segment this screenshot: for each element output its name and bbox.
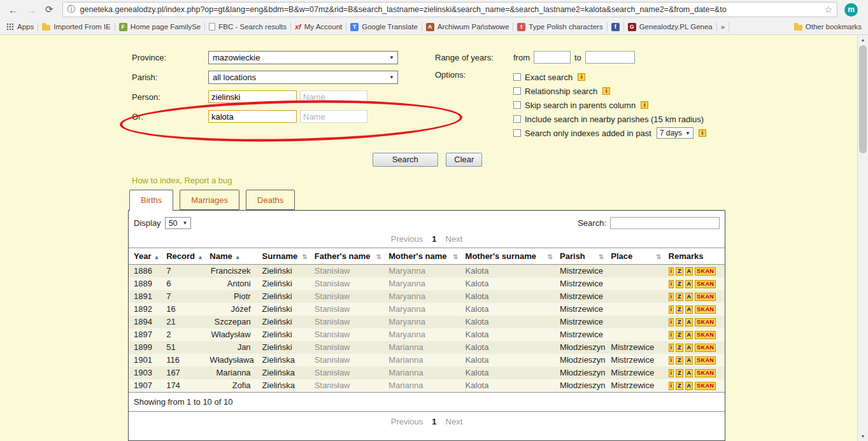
bookmark-item-fbc-search-results[interactable]: FBC - Search results [205,19,290,34]
previous-link[interactable]: Previous [391,417,423,426]
bookmark-item-imported-from-ie[interactable]: Imported From IE [38,19,114,34]
column-header-year[interactable]: Year▲ [129,248,161,265]
bookmark-item-my-account[interactable]: xfMy Account [291,19,346,34]
how-to-index-link[interactable]: How to index [132,176,180,185]
surname2-input[interactable] [208,110,297,123]
info-icon[interactable]: i [641,101,648,109]
remark-i-icon[interactable]: i [669,305,674,314]
past-days-select[interactable]: 7 days▼ [657,127,694,139]
refresh-icon[interactable]: ⟳ [45,4,53,15]
forward-icon[interactable]: → [27,4,36,15]
clear-button[interactable]: Clear [446,153,482,167]
parish-select[interactable]: all locations ▼ [208,71,398,84]
remark-i-icon[interactable]: i [669,331,674,339]
bookmark-item-facebook[interactable]: f [608,19,623,34]
checkbox[interactable] [513,73,521,81]
column-header-place[interactable]: Place⇅ [606,248,663,265]
bookmark-item-apps[interactable]: Apps [3,19,38,34]
table-search-input[interactable] [610,217,720,229]
remark-i-icon[interactable]: i [669,344,674,352]
tab-deaths[interactable]: Deaths [246,190,295,210]
address-bar[interactable]: ⓘ geneteka.genealodzy.pl/index.php?op=gt… [62,2,837,17]
scan-link[interactable]: SKAN [695,344,716,352]
scan-link[interactable]: SKAN [695,356,716,365]
remark-z-icon[interactable]: Z [676,344,683,352]
bookmark-item-google-translate[interactable]: TGoogle Translate [346,19,422,34]
remark-a-icon[interactable]: A [685,305,694,314]
search-button[interactable]: Search [373,153,438,167]
remark-z-icon[interactable]: Z [676,356,683,365]
remark-z-icon[interactable]: Z [676,280,683,288]
bookmark-item-genealodzy-pl-genea[interactable]: GGenealodzy.PL Genea [624,19,716,34]
scan-link[interactable]: SKAN [695,331,716,339]
scan-link[interactable]: SKAN [695,280,716,288]
scan-link[interactable]: SKAN [695,369,716,377]
remark-a-icon[interactable]: A [685,318,694,326]
remark-z-icon[interactable]: Z [676,369,683,377]
scrollbar[interactable]: ▲ ▼ [857,35,868,441]
bookmark-star-icon[interactable]: ☆ [824,4,832,15]
surname-input[interactable] [208,90,297,103]
remark-i-icon[interactable]: i [669,267,674,276]
report-bug-link[interactable]: Report a bug [184,176,232,185]
bookmark-item-home-page-familyse[interactable]: FHome page FamilySe [115,19,205,34]
column-header-name[interactable]: Name▲ [204,248,257,265]
column-header-parish[interactable]: Parish⇅ [555,248,606,265]
remark-a-icon[interactable]: A [685,356,694,365]
next-link[interactable]: Next [446,417,463,426]
remark-a-icon[interactable]: A [685,293,694,301]
remark-z-icon[interactable]: Z [676,293,683,301]
column-header-mother-s-name[interactable]: Mother's name⇅ [383,248,460,265]
next-link[interactable]: Next [446,234,463,244]
remark-z-icon[interactable]: Z [676,267,683,276]
remark-z-icon[interactable]: Z [676,331,683,339]
info-icon[interactable]: i [578,73,585,81]
checkbox[interactable] [513,101,521,109]
tab-births[interactable]: Births [129,190,173,211]
page-number[interactable]: 1 [432,417,436,426]
scan-link[interactable]: SKAN [695,382,716,390]
page-info-icon[interactable]: ⓘ [68,4,76,15]
remark-a-icon[interactable]: A [685,331,694,339]
remark-i-icon[interactable]: i [669,382,674,390]
profile-avatar[interactable]: m [844,3,858,17]
page-number[interactable]: 1 [432,234,436,244]
remark-a-icon[interactable]: A [685,382,694,390]
remark-i-icon[interactable]: i [669,356,674,365]
display-count-select[interactable]: 50 ▼ [165,217,192,229]
remark-a-icon[interactable]: A [685,280,694,288]
info-icon[interactable]: i [699,129,706,137]
remark-a-icon[interactable]: A [685,369,694,377]
tab-marriages[interactable]: Marriages [180,190,239,210]
year-from-input[interactable] [534,51,571,64]
scan-link[interactable]: SKAN [695,293,716,301]
name-input[interactable] [300,90,367,103]
bookmark-item-other-bookmarks[interactable]: Other bookmarks [790,19,865,34]
remark-z-icon[interactable]: Z [676,318,683,326]
bookmark-item-archiwum-pa-stwowe[interactable]: AArchiwum Państwowe [422,19,513,34]
remark-z-icon[interactable]: Z [676,382,683,390]
name2-input[interactable] [300,110,367,123]
column-header-record[interactable]: Record▲ [161,248,204,265]
scan-link[interactable]: SKAN [695,305,716,314]
column-header-surname[interactable]: Surname⇅ [257,248,309,265]
scrollbar-thumb[interactable] [859,45,867,153]
back-icon[interactable]: ← [8,4,18,15]
scroll-down-icon[interactable]: ▼ [858,431,868,441]
year-to-input[interactable] [585,51,635,64]
remark-i-icon[interactable]: i [669,318,674,326]
scroll-up-icon[interactable]: ▲ [858,35,868,45]
scan-link[interactable]: SKAN [695,318,716,326]
remark-i-icon[interactable]: i [669,280,674,288]
checkbox[interactable] [513,87,521,95]
column-header-mother-s-surname[interactable]: Mother's surname⇅ [460,248,555,265]
remark-i-icon[interactable]: i [669,369,674,377]
info-icon[interactable]: i [602,87,610,95]
remark-a-icon[interactable]: A [685,344,694,352]
checkbox[interactable] [513,115,521,123]
previous-link[interactable]: Previous [391,234,423,244]
bookmark-item-overflow[interactable]: » [717,19,729,34]
remark-z-icon[interactable]: Z [676,305,683,314]
province-select[interactable]: mazowieckie ▼ [208,51,398,64]
scan-link[interactable]: SKAN [695,267,716,276]
